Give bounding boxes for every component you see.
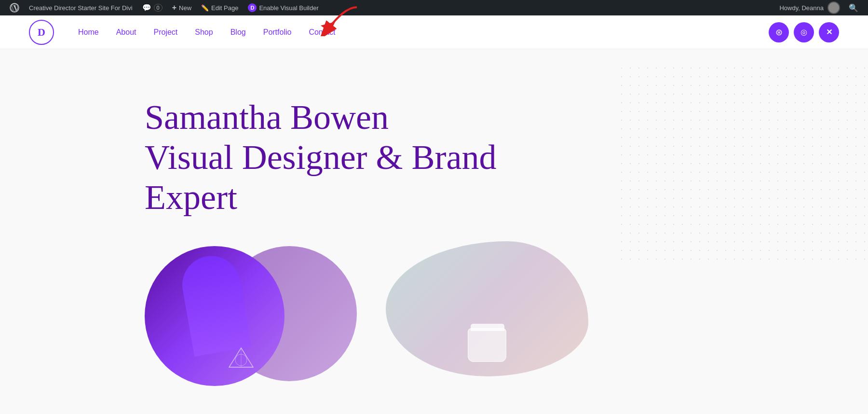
hero-title: Samantha BowenVisual Designer & BrandExp… <box>145 97 530 217</box>
logo-circle: D <box>29 20 54 45</box>
product-scroll-shape <box>178 251 252 357</box>
main-content: Samantha BowenVisual Designer & BrandExp… <box>0 49 868 414</box>
admin-bar-right: Howdy, Deanna 🔍 <box>779 1 863 14</box>
site-title-link[interactable]: Creative Director Starter Site For Divi <box>24 0 137 15</box>
pencil-icon: ✏️ <box>201 4 209 12</box>
plus-icon: + <box>172 3 176 12</box>
twitter-x-icon: ✕ <box>826 28 832 37</box>
product-jar <box>468 328 506 362</box>
user-avatar[interactable] <box>827 1 840 14</box>
logo-letter: D <box>38 26 45 39</box>
nav-blog[interactable]: Blog <box>231 28 246 37</box>
social-icons-group: ⊛ ◎ ✕ <box>769 22 839 42</box>
new-label: New <box>179 4 191 12</box>
new-content-button[interactable]: + New <box>167 0 196 15</box>
twitter-x-button[interactable]: ✕ <box>819 22 839 42</box>
geometric-icon <box>227 345 256 376</box>
site-title-text: Creative Director Starter Site For Divi <box>29 4 133 12</box>
howdy-text: Howdy, Deanna <box>779 4 824 12</box>
edit-page-button[interactable]: ✏️ Edit Page <box>196 0 243 15</box>
dribbble-button[interactable]: ⊛ <box>769 22 789 42</box>
nav-about[interactable]: About <box>116 28 136 37</box>
main-nav: Home About Project Shop Blog Portfolio C… <box>78 28 336 37</box>
divi-logo-icon: D <box>248 3 257 12</box>
hero-title-text: Samantha BowenVisual Designer & BrandExp… <box>145 98 497 217</box>
svg-point-0 <box>10 3 19 12</box>
comment-bubble-icon: 💬 <box>142 3 151 12</box>
card-purple-product <box>145 241 366 386</box>
nav-contact[interactable]: Contact <box>309 28 335 37</box>
enable-visual-builder-button[interactable]: D Enable Visual Builder <box>243 0 323 15</box>
comment-count: 0 <box>154 4 163 12</box>
nav-project[interactable]: Project <box>154 28 178 37</box>
nav-portfolio[interactable]: Portfolio <box>263 28 292 37</box>
jar-lid <box>471 324 504 331</box>
instagram-button[interactable]: ◎ <box>794 22 814 42</box>
edit-page-label: Edit Page <box>211 4 238 12</box>
nav-home[interactable]: Home <box>78 28 99 37</box>
comments-button[interactable]: 💬 0 <box>137 0 167 15</box>
purple-main-circle <box>145 246 285 386</box>
dribbble-icon: ⊛ <box>775 27 783 38</box>
site-header: D Home About Project Shop Blog Portfolio… <box>0 15 868 49</box>
enable-visual-builder-label: Enable Visual Builder <box>259 4 318 12</box>
nav-shop[interactable]: Shop <box>195 28 213 37</box>
wp-logo-button[interactable] <box>5 0 24 15</box>
card-blob-product <box>386 241 608 386</box>
blob-shape <box>386 241 588 376</box>
dot-pattern-decoration <box>617 64 868 266</box>
admin-bar: Creative Director Starter Site For Divi … <box>0 0 868 15</box>
admin-search-icon[interactable]: 🔍 <box>844 3 863 13</box>
site-logo[interactable]: D <box>29 20 54 45</box>
instagram-icon: ◎ <box>800 28 807 37</box>
